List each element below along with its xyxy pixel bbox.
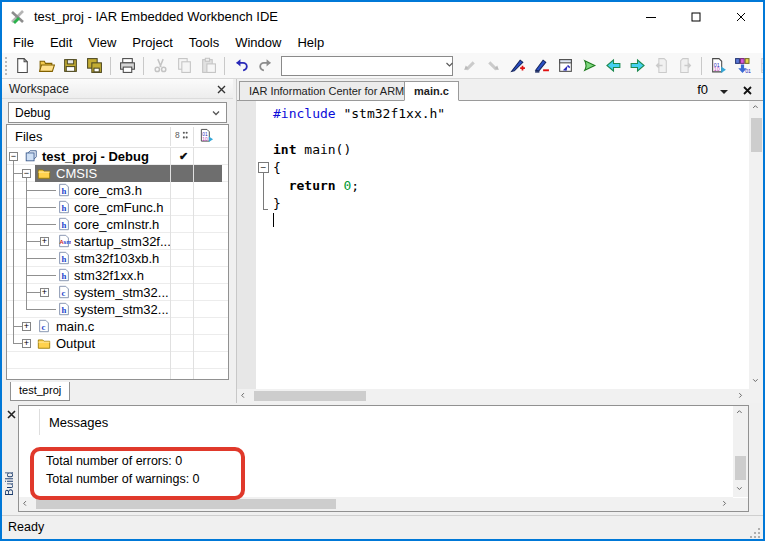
toolbar-grip[interactable] bbox=[5, 57, 7, 75]
scroll-left-icon[interactable] bbox=[19, 497, 34, 511]
combo-dropdown-icon[interactable] bbox=[445, 57, 457, 75]
scroll-up-icon[interactable] bbox=[733, 406, 748, 421]
tree-item-cmsis[interactable]: −CMSIS bbox=[7, 165, 228, 182]
find-previous-button[interactable] bbox=[457, 55, 481, 77]
build-column-icon[interactable]: 0110 bbox=[199, 128, 216, 145]
paste-button[interactable] bbox=[196, 55, 220, 77]
code-line-4: { bbox=[273, 159, 749, 177]
tab-list-dropdown-icon[interactable] bbox=[718, 84, 730, 96]
column-grid-line bbox=[193, 148, 194, 379]
tree-item-test-proj-debug[interactable]: −test_proj - Debug✔ bbox=[7, 148, 228, 165]
find-next-button[interactable] bbox=[481, 55, 505, 77]
navigate-forward-button[interactable] bbox=[625, 55, 649, 77]
expand-box-icon[interactable]: + bbox=[22, 322, 31, 331]
workspace-tab-test-proj[interactable]: test_proj bbox=[10, 382, 70, 401]
tree-item-main-c[interactable]: +cmain.c bbox=[7, 318, 228, 335]
go-button[interactable] bbox=[577, 55, 601, 77]
next-error-button[interactable] bbox=[673, 55, 697, 77]
menu-window[interactable]: Window bbox=[227, 32, 289, 53]
scrollbar-thumb[interactable] bbox=[254, 391, 366, 401]
iar-app-icon bbox=[10, 9, 26, 25]
build-checkmark-icon: ✔ bbox=[174, 148, 193, 165]
find-input[interactable] bbox=[282, 58, 445, 74]
menu-help[interactable]: Help bbox=[289, 32, 332, 53]
menu-tools[interactable]: Tools bbox=[181, 32, 227, 53]
files-column-header[interactable]: Files 8 0110 bbox=[7, 125, 228, 148]
scroll-up-icon[interactable] bbox=[749, 101, 764, 116]
minimize-button[interactable] bbox=[628, 2, 673, 32]
expand-box-icon[interactable]: + bbox=[22, 339, 31, 348]
save-button[interactable] bbox=[58, 55, 82, 77]
code-line-7 bbox=[273, 213, 749, 231]
redo-button[interactable] bbox=[253, 55, 277, 77]
configuration-dropdown[interactable]: Debug bbox=[8, 102, 227, 123]
messages-column-header[interactable]: Messages bbox=[49, 415, 108, 430]
window-title: test_proj - IAR Embedded Workbench IDE bbox=[34, 2, 278, 32]
expand-box-icon[interactable]: + bbox=[40, 288, 49, 297]
scrollbar-thumb[interactable] bbox=[36, 499, 336, 509]
scrollbar-thumb[interactable] bbox=[751, 118, 762, 152]
compile-button[interactable]: 0110 bbox=[706, 55, 730, 77]
editor-context-button[interactable]: f0 bbox=[697, 79, 708, 101]
scroll-right-icon[interactable] bbox=[734, 389, 749, 403]
navigate-back-icon bbox=[605, 57, 622, 74]
build-panel-close-icon[interactable] bbox=[5, 407, 18, 420]
build-tab[interactable]: Build bbox=[3, 458, 17, 510]
previous-error-button[interactable] bbox=[649, 55, 673, 77]
tree-item-output[interactable]: +Output bbox=[7, 335, 228, 352]
close-button[interactable] bbox=[718, 2, 763, 32]
cut-button[interactable] bbox=[148, 55, 172, 77]
collapse-box-icon[interactable]: − bbox=[22, 169, 31, 178]
find-in-files-button[interactable] bbox=[553, 55, 577, 77]
svg-text:10: 10 bbox=[713, 66, 719, 72]
title-bar[interactable]: test_proj - IAR Embedded Workbench IDE bbox=[2, 2, 763, 32]
menu-view[interactable]: View bbox=[80, 32, 124, 53]
h-file-icon: h bbox=[57, 183, 71, 197]
file-status-column-icon[interactable]: 8 bbox=[174, 128, 191, 145]
fold-marker[interactable]: − bbox=[258, 162, 269, 173]
editor-body[interactable]: − #include "stm32f1xx.h"int main(){ retu… bbox=[237, 101, 764, 403]
h-file-icon: h bbox=[57, 268, 71, 282]
menu-file[interactable]: File bbox=[5, 32, 42, 53]
undo-button[interactable] bbox=[229, 55, 253, 77]
breakpoint-margin[interactable] bbox=[237, 101, 256, 389]
editor-close-icon[interactable] bbox=[741, 83, 754, 96]
code-area[interactable]: #include "stm32f1xx.h"int main(){ return… bbox=[270, 101, 749, 389]
find-combobox[interactable] bbox=[281, 56, 453, 76]
make-button[interactable]: 01 bbox=[730, 55, 754, 77]
toolbar-separator bbox=[143, 57, 144, 75]
build-messages-area[interactable]: Messages Total number of errors: 0 Total… bbox=[18, 405, 749, 512]
editor-vertical-scrollbar[interactable] bbox=[749, 101, 764, 389]
editor-horizontal-scrollbar[interactable] bbox=[237, 389, 749, 403]
tree-item-system-stm32-[interactable]: +csystem_stm32... bbox=[7, 284, 228, 301]
tab-information-center[interactable]: IAR Information Center for ARM bbox=[239, 81, 414, 101]
scroll-right-icon[interactable] bbox=[718, 497, 733, 511]
open-file-button[interactable] bbox=[34, 55, 58, 77]
save-all-button[interactable] bbox=[82, 55, 106, 77]
stop-build-button[interactable] bbox=[754, 55, 765, 77]
goto-bookmark-button[interactable] bbox=[529, 55, 553, 77]
scroll-left-icon[interactable] bbox=[237, 389, 252, 403]
workspace-panel-titlebar[interactable]: Workspace bbox=[2, 79, 233, 99]
open-file-icon bbox=[38, 57, 55, 74]
tree-guide-line bbox=[26, 224, 56, 225]
scrollbar-thumb[interactable] bbox=[735, 456, 746, 480]
collapse-box-icon[interactable]: − bbox=[9, 152, 18, 161]
scroll-down-icon[interactable] bbox=[733, 482, 748, 497]
maximize-button[interactable] bbox=[673, 2, 718, 32]
expand-box-icon[interactable]: + bbox=[40, 237, 49, 246]
workspace-close-icon[interactable] bbox=[213, 81, 229, 97]
tab-main-c[interactable]: main.c bbox=[404, 81, 459, 101]
resize-grip-icon[interactable] bbox=[749, 525, 761, 537]
new-document-button[interactable] bbox=[10, 55, 34, 77]
copy-button[interactable] bbox=[172, 55, 196, 77]
tree-item-startup-stm32f-[interactable]: +Asmstartup_stm32f... bbox=[7, 233, 228, 250]
scroll-down-icon[interactable] bbox=[749, 374, 764, 389]
navigate-back-button[interactable] bbox=[601, 55, 625, 77]
configuration-value: Debug bbox=[9, 106, 210, 120]
menu-edit[interactable]: Edit bbox=[42, 32, 80, 53]
toggle-bookmark-button[interactable] bbox=[505, 55, 529, 77]
build-vertical-scrollbar[interactable] bbox=[733, 406, 748, 497]
menu-project[interactable]: Project bbox=[124, 32, 180, 53]
print-button[interactable] bbox=[115, 55, 139, 77]
